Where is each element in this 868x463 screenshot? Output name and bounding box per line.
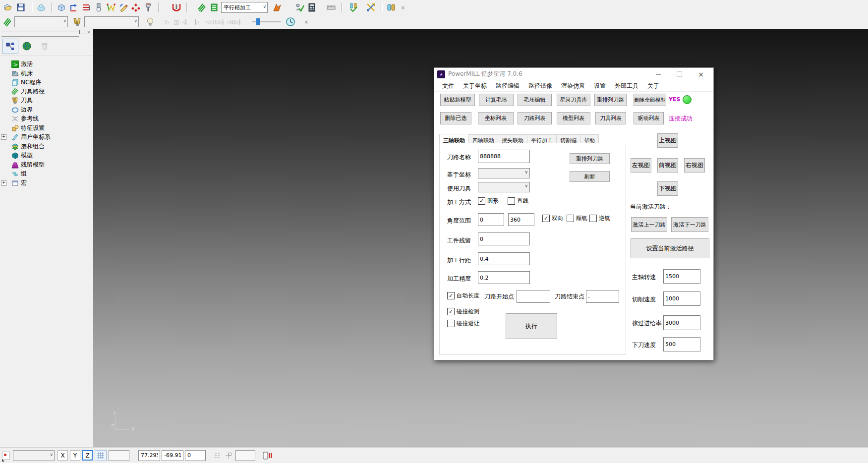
tree-item-feature-sets[interactable]: 特征设置	[2, 123, 45, 132]
angle-from-input[interactable]	[478, 213, 504, 226]
rewind-button[interactable]: ◁◁	[205, 17, 214, 27]
open-project-icon[interactable]	[3, 2, 14, 13]
close-button[interactable]: ×	[693, 68, 709, 80]
play-button[interactable]: ▷	[162, 17, 172, 27]
menu-render-sim[interactable]: 渲染仿真	[557, 82, 589, 90]
mode-circular-checkbox[interactable]: ✓圆形	[478, 197, 499, 205]
expander-icon[interactable]: +	[1, 180, 6, 186]
skip-start-button[interactable]: ▏◁◁	[224, 17, 233, 27]
end-point-input[interactable]	[586, 290, 619, 303]
start-point-input[interactable]	[517, 290, 550, 303]
panel-dock-icon[interactable]	[79, 30, 84, 34]
toolpath-icon[interactable]	[196, 2, 207, 13]
pattern-icon[interactable]	[130, 2, 141, 13]
swap-arrows-icon[interactable]	[365, 2, 376, 13]
grid-size-field[interactable]	[109, 450, 129, 461]
activate-prev-toolpath-button[interactable]: 激活上一刀路	[631, 217, 667, 232]
calc-block-button[interactable]: 计算毛坯	[479, 94, 514, 106]
stock-allowance-input[interactable]	[478, 232, 530, 245]
rearrange-button[interactable]: 重排列刀路	[570, 153, 610, 164]
paste-new-model-button[interactable]: 粘贴新模型	[440, 94, 475, 106]
panel-close-icon[interactable]: ×	[87, 30, 91, 35]
toolpath-start-icon[interactable]	[272, 2, 283, 13]
device-pause-icon[interactable]	[262, 451, 272, 460]
delete-selected-button[interactable]: 删除已选	[440, 112, 471, 124]
block-cube-icon[interactable]	[56, 2, 67, 13]
plunge-feed-input[interactable]	[663, 337, 700, 351]
tree-item-patterns[interactable]: 参考线	[2, 114, 39, 123]
jog-value-field[interactable]	[235, 450, 255, 461]
toolpath-name-input[interactable]	[478, 150, 530, 163]
tree-item-machine[interactable]: 机床	[2, 69, 33, 78]
tree-item-tools[interactable]: 刀具	[2, 96, 33, 105]
execute-button[interactable]: 执行	[506, 313, 557, 339]
set-active-path-button[interactable]: 设置当前激活路径	[631, 238, 709, 258]
holder-profile-icon[interactable]	[171, 2, 182, 13]
speed-slider[interactable]	[252, 18, 281, 25]
leads-links-icon[interactable]	[106, 2, 116, 13]
view-left-button[interactable]: 左视图	[631, 158, 651, 173]
use-tool-combo[interactable]: ∨	[478, 182, 530, 192]
tree-item-boundaries[interactable]: 边界	[2, 105, 33, 114]
axis-z-button[interactable]: Z	[82, 450, 93, 461]
refresh-button[interactable]: 刷新	[570, 171, 610, 182]
rapid-move-icon[interactable]	[68, 2, 79, 13]
menu-path-mirror[interactable]: 路径镜像	[524, 82, 557, 90]
calculator-icon[interactable]	[306, 2, 317, 13]
conventional-checkbox[interactable]: 逆铣	[589, 215, 610, 222]
tree-item-activate[interactable]: >激活	[2, 59, 33, 68]
menu-path-edit[interactable]: 路径编辑	[491, 82, 524, 90]
coord-x-field[interactable]	[138, 450, 160, 461]
tree-item-workplanes[interactable]: 用户坐标系	[7, 132, 51, 141]
tree-item-nc-programs[interactable]: NC程序	[2, 78, 41, 87]
coord-list-button[interactable]: 坐标列表	[478, 112, 514, 124]
view-top-button[interactable]: 上视图	[657, 133, 678, 148]
sim-toolpath-combo[interactable]: ∨	[14, 16, 68, 27]
view-front-button[interactable]: 前视图	[657, 158, 678, 173]
workplane-combo[interactable]: ∨	[13, 450, 55, 461]
tool-library-button[interactable]: 星河刀具库	[557, 94, 590, 106]
grid-snap-button[interactable]	[95, 450, 107, 461]
activate-next-toolpath-button[interactable]: 激活下一刀路	[671, 217, 708, 232]
auto-length-checkbox[interactable]: ✓自动长度	[447, 292, 479, 299]
tree-item-toolpaths[interactable]: 刀具路径	[2, 87, 45, 96]
tree-item-levels[interactable]: 层和组合	[2, 142, 45, 151]
edit-toolpath-icon[interactable]	[118, 2, 129, 13]
block-edit-button[interactable]: 毛坯编辑	[518, 94, 552, 106]
tree-item-macros[interactable]: 宏	[7, 178, 27, 187]
feed-rate-icon[interactable]	[81, 2, 92, 13]
view-right-button[interactable]: 右视图	[684, 158, 705, 173]
sim-tool-combo[interactable]: ∨	[84, 16, 139, 27]
mode-linear-checkbox[interactable]: 直线	[508, 197, 528, 205]
tolerance-input[interactable]	[478, 271, 530, 284]
collision-avoid-checkbox[interactable]: 碰撞避让	[447, 320, 479, 327]
collision-check-checkbox[interactable]: ✓碰撞检测	[447, 308, 479, 315]
menu-coords[interactable]: 关于坐标	[459, 82, 491, 90]
slider-thumb[interactable]	[256, 18, 260, 25]
explorer-trash-button[interactable]	[37, 39, 52, 53]
jog-position-icon[interactable]	[225, 452, 232, 460]
toolpath-list-button[interactable]: 刀路列表	[518, 112, 552, 124]
explorer-tree-button[interactable]	[2, 39, 18, 54]
verify-check-icon[interactable]	[294, 2, 305, 13]
delete-all-models-button[interactable]: 删除全部模型	[634, 94, 666, 106]
tree-item-models[interactable]: 模型	[2, 151, 33, 160]
based-coord-combo[interactable]: ∨	[478, 168, 530, 178]
bidirectional-checkbox[interactable]: ✓双向	[542, 215, 563, 222]
pause-button[interactable]: ▯▯	[172, 17, 181, 27]
rearrange-toolpaths-button[interactable]: 重排列刀路	[594, 94, 627, 106]
stepover-input[interactable]	[478, 252, 530, 265]
tree-item-stock-models[interactable]: 残留模型	[2, 160, 45, 169]
menu-settings[interactable]: 设置	[589, 82, 610, 90]
coord-z-field[interactable]	[185, 450, 206, 461]
step-back-button[interactable]: ◁▏	[181, 17, 190, 27]
nc-program-icon[interactable]	[209, 2, 220, 13]
view-bottom-button[interactable]: 下视图	[657, 181, 678, 196]
workplane-indicator-icon[interactable]	[2, 452, 10, 460]
block-icon[interactable]	[36, 2, 47, 13]
maximize-button[interactable]	[671, 68, 688, 80]
coord-y-field[interactable]	[162, 450, 183, 461]
tree-item-groups[interactable]: 组	[2, 169, 27, 178]
minimize-button[interactable]: —	[650, 68, 667, 80]
drive-list-button[interactable]: 驱动列表	[634, 112, 664, 124]
